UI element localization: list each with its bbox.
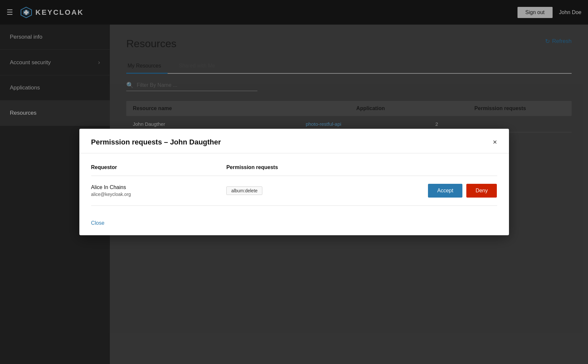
modal-col-headers: Requestor Permission requests [91, 161, 497, 176]
modal-close-button[interactable]: × [493, 139, 497, 146]
requestor-info: Alice In Chains alice@keycloak.org [91, 184, 227, 197]
modal-row-actions: Accept Deny [362, 184, 497, 198]
modal-overlay: Permission requests – John Daugther × Re… [0, 0, 588, 364]
modal-title: Permission requests – John Daugther [91, 138, 221, 146]
requestor-name: Alice In Chains [91, 184, 227, 190]
modal-header: Permission requests – John Daugther × [79, 129, 509, 153]
modal-col-requestor: Requestor [91, 164, 227, 170]
modal-footer: Close [79, 214, 509, 235]
modal-permission-row: Alice In Chains alice@keycloak.org album… [91, 176, 497, 206]
modal-col-actions [362, 164, 497, 170]
accept-button[interactable]: Accept [428, 184, 462, 198]
deny-button[interactable]: Deny [466, 184, 497, 198]
modal: Permission requests – John Daugther × Re… [79, 129, 509, 235]
requestor-email: alice@keycloak.org [91, 192, 227, 197]
modal-body: Requestor Permission requests Alice In C… [79, 153, 509, 214]
permission-cell: album:delete [226, 186, 362, 195]
permission-tag: album:delete [226, 186, 262, 195]
modal-close-link[interactable]: Close [91, 220, 105, 226]
modal-col-permission: Permission requests [226, 164, 362, 170]
